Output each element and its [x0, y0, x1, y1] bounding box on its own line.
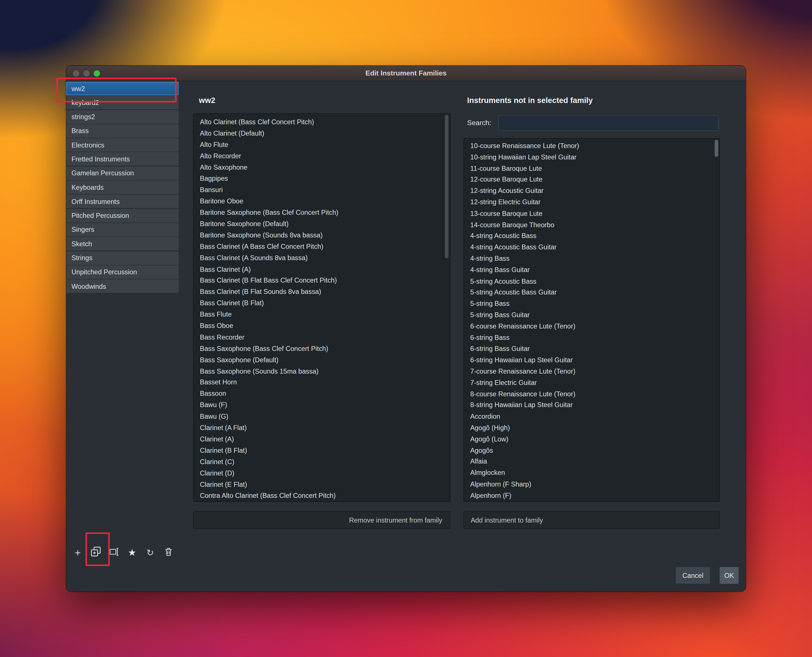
- delete-family-button[interactable]: [162, 546, 175, 559]
- window-title: Edit Instrument Families: [365, 69, 447, 77]
- available-instrument-item[interactable]: 5-string Acoustic Bass Guitar: [464, 287, 719, 298]
- family-instrument-item[interactable]: Bass Clarinet (A Sounds 8va bassa): [194, 252, 450, 264]
- family-instrument-item[interactable]: Baritone Saxophone (Bass Clef Concert Pi…: [194, 207, 450, 218]
- family-instrument-item[interactable]: Bass Recorder: [194, 332, 450, 343]
- family-instrument-item[interactable]: Bass Clarinet (B Flat Sounds 8va bassa): [194, 286, 450, 297]
- add-family-button[interactable]: +: [72, 546, 84, 559]
- available-instrument-item[interactable]: 11-course Baroque Lute: [464, 163, 719, 174]
- available-instrument-item[interactable]: Alpenhorn (F): [464, 490, 719, 501]
- available-instrument-item[interactable]: 10-string Hawaiian Lap Steel Guitar: [464, 151, 719, 163]
- available-instrument-item[interactable]: 4-string Bass Guitar: [464, 265, 719, 276]
- available-instrument-item[interactable]: 6-string Hawaiian Lap Steel Guitar: [464, 355, 719, 366]
- family-instrument-item[interactable]: Alto Recorder: [194, 150, 450, 162]
- available-instrument-item[interactable]: 12-string Electric Guitar: [464, 196, 719, 208]
- available-instrument-item[interactable]: 7-course Renaissance Lute (Tenor): [464, 366, 719, 377]
- zoom-button[interactable]: [94, 70, 100, 76]
- family-instrument-item[interactable]: Clarinet (A): [194, 433, 450, 445]
- duplicate-family-button[interactable]: [90, 546, 102, 559]
- available-instrument-item[interactable]: 10-course Renaissance Lute (Tenor): [464, 140, 719, 151]
- family-instrument-item[interactable]: Bass Saxophone (Bass Clef Concert Pitch): [194, 343, 450, 354]
- family-list-item[interactable]: Brass: [66, 124, 179, 138]
- family-list-item[interactable]: Woodwinds: [66, 279, 179, 293]
- available-instrument-item[interactable]: Accordion: [464, 411, 719, 422]
- family-instrument-item[interactable]: Bass Saxophone (Default): [194, 354, 450, 366]
- family-list-item[interactable]: Gamelan Percussion: [66, 167, 179, 180]
- available-instrument-item[interactable]: 5-string Bass Guitar: [464, 310, 719, 321]
- family-instrument-item[interactable]: Clarinet (B Flat): [194, 445, 450, 456]
- available-instrument-item[interactable]: 8-course Renaissance Lute (Tenor): [464, 388, 719, 400]
- family-instrument-item[interactable]: Clarinet (E Flat): [194, 479, 450, 490]
- family-instrument-item[interactable]: Bawu (F): [194, 400, 450, 411]
- ok-button[interactable]: OK: [720, 567, 739, 584]
- available-instrument-item[interactable]: 7-string Electric Guitar: [464, 377, 719, 388]
- available-instrument-item[interactable]: 4-string Acoustic Bass: [464, 230, 719, 242]
- available-instrument-item[interactable]: 12-course Baroque Lute: [464, 174, 719, 185]
- available-instrument-item[interactable]: Alfaia: [464, 456, 719, 467]
- family-instrument-item[interactable]: Bagpipes: [194, 173, 450, 184]
- family-instrument-item[interactable]: Bass Clarinet (B Flat): [194, 297, 450, 309]
- available-instrument-item[interactable]: 5-string Bass: [464, 298, 719, 310]
- family-list-item[interactable]: Unpitched Percussion: [66, 265, 179, 279]
- family-instrument-item[interactable]: Bass Flute: [194, 309, 450, 320]
- family-toolbar: + ★: [72, 546, 175, 559]
- search-input[interactable]: [498, 115, 719, 131]
- family-instrument-item[interactable]: Bass Clarinet (A Bass Clef Concert Pitch…: [194, 241, 450, 252]
- available-instrument-item[interactable]: 8-string Hawaiian Lap Steel Guitar: [464, 400, 719, 411]
- available-instrument-item[interactable]: Alpenhorn (F Sharp): [464, 479, 719, 490]
- family-instrument-item[interactable]: Alto Flute: [194, 139, 450, 150]
- rename-family-button[interactable]: [108, 546, 120, 559]
- available-instrument-item[interactable]: 6-course Renaissance Lute (Tenor): [464, 321, 719, 332]
- available-instrument-item[interactable]: Agogôs: [464, 445, 719, 456]
- family-list-item[interactable]: Fretted Instruments: [66, 153, 179, 166]
- family-list-item[interactable]: keybard2: [66, 96, 179, 109]
- family-instrument-item[interactable]: Alto Clarinet (Bass Clef Concert Pitch): [194, 116, 450, 128]
- family-instrument-item[interactable]: Alto Saxophone: [194, 162, 450, 173]
- family-instrument-item[interactable]: Bassoon: [194, 388, 450, 400]
- available-instrument-item[interactable]: 6-string Bass Guitar: [464, 343, 719, 355]
- family-instrument-item[interactable]: Bass Oboe: [194, 320, 450, 332]
- available-instrument-item[interactable]: 14-course Baroque Theorbo: [464, 219, 719, 230]
- family-list-item[interactable]: Sketch: [66, 237, 179, 251]
- family-list-item[interactable]: Singers: [66, 223, 179, 236]
- family-instrument-item[interactable]: Alto Clarinet (Default): [194, 128, 450, 139]
- reset-family-button[interactable]: ↻: [144, 546, 156, 559]
- family-list-item[interactable]: strings2: [66, 110, 179, 123]
- minimize-button[interactable]: [83, 70, 90, 76]
- available-list-scrollbar[interactable]: [715, 140, 718, 157]
- family-instrument-item[interactable]: Bass Clarinet (B Flat Bass Clef Concert …: [194, 275, 450, 286]
- family-list-item[interactable]: ww2: [66, 82, 179, 95]
- family-instrument-item[interactable]: Baritone Oboe: [194, 196, 450, 207]
- available-instrument-item[interactable]: 4-string Acoustic Bass Guitar: [464, 242, 719, 253]
- remove-instrument-button[interactable]: Remove instrument from family: [193, 511, 451, 529]
- available-instrument-item[interactable]: 13-course Baroque Lute: [464, 208, 719, 219]
- family-instrument-item[interactable]: Bawu (G): [194, 411, 450, 422]
- family-instrument-item[interactable]: Bass Clarinet (A): [194, 263, 450, 275]
- family-list-item[interactable]: Keyboards: [66, 181, 179, 194]
- family-instrument-item[interactable]: Bansuri: [194, 184, 450, 196]
- family-instrument-item[interactable]: Contra Alto Clarinet (Bass Clef Concert …: [194, 490, 450, 501]
- available-instrument-item[interactable]: 12-string Acoustic Guitar: [464, 185, 719, 196]
- family-list-scrollbar[interactable]: [445, 115, 448, 258]
- family-list-item[interactable]: Electronics: [66, 138, 179, 151]
- close-button[interactable]: [73, 70, 79, 76]
- family-list-item[interactable]: Orff Instruments: [66, 195, 179, 208]
- available-instrument-item[interactable]: 5-string Acoustic Bass: [464, 276, 719, 287]
- family-instrument-item[interactable]: Baritone Saxophone (Sounds 8va bassa): [194, 230, 450, 241]
- family-instrument-item[interactable]: Basset Horn: [194, 377, 450, 388]
- available-instrument-item[interactable]: Agogô (Low): [464, 433, 719, 445]
- add-instrument-button[interactable]: Add instrument to family: [463, 511, 720, 529]
- family-instrument-item[interactable]: Clarinet (D): [194, 467, 450, 479]
- family-list-item[interactable]: Pitched Percussion: [66, 209, 179, 222]
- family-list-item[interactable]: Strings: [66, 251, 179, 265]
- available-instrument-item[interactable]: 4-string Bass: [464, 253, 719, 265]
- available-instrument-item[interactable]: Almglocken: [464, 467, 719, 479]
- family-instrument-item[interactable]: Clarinet (C): [194, 456, 450, 467]
- available-instrument-item[interactable]: 6-string Bass: [464, 332, 719, 343]
- titlebar[interactable]: Edit Instrument Families: [66, 66, 746, 81]
- family-instrument-item[interactable]: Baritone Saxophone (Default): [194, 218, 450, 230]
- favorite-family-button[interactable]: ★: [126, 546, 138, 559]
- family-instrument-item[interactable]: Bass Saxophone (Sounds 15ma bassa): [194, 366, 450, 377]
- available-instrument-item[interactable]: Agogô (High): [464, 422, 719, 433]
- family-instrument-item[interactable]: Clarinet (A Flat): [194, 422, 450, 433]
- cancel-button[interactable]: Cancel: [675, 567, 710, 584]
